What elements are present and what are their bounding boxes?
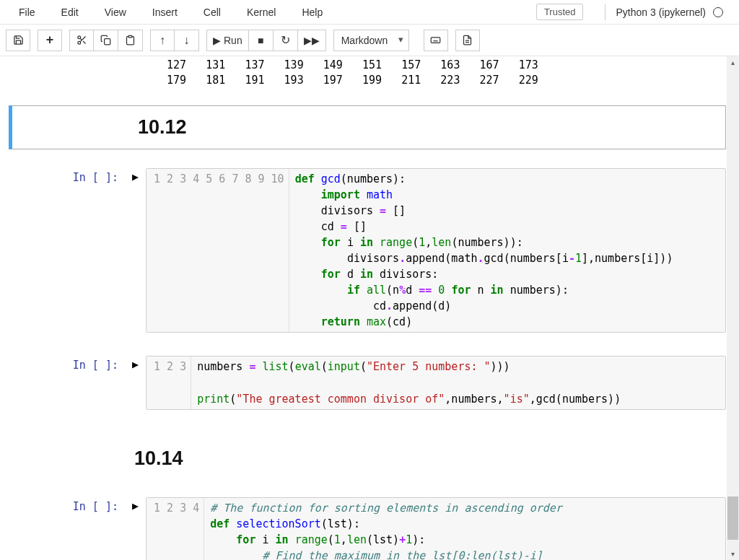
markdown-body[interactable]: 10.12 bbox=[128, 109, 725, 146]
prompt-in: In [ ]: ▶ bbox=[9, 168, 124, 333]
output-text: 127 131 137 139 149 151 157 163 167 173 bbox=[160, 58, 739, 73]
cell-type-select[interactable]: Markdown bbox=[333, 30, 409, 51]
code-cell[interactable]: In [ ]: ▶ 1 2 3 4 # The function for sor… bbox=[9, 494, 726, 560]
menu-help[interactable]: Help bbox=[289, 2, 336, 22]
run-label: Run bbox=[224, 35, 242, 46]
scroll-up-icon[interactable]: ▴ bbox=[727, 56, 739, 69]
toolbar: + ↑ ↓ ▶ Run ■ ↻ ▶▶ Markdown bbox=[0, 25, 739, 56]
svg-line-4 bbox=[80, 38, 82, 40]
svg-rect-5 bbox=[105, 39, 110, 45]
heading-1014: 10.14 bbox=[134, 447, 716, 470]
kernel-status-icon bbox=[713, 7, 723, 17]
restart-icon: ↻ bbox=[281, 33, 290, 47]
play-icon: ▶ bbox=[213, 35, 221, 46]
line-gutter: 1 2 3 4 bbox=[147, 498, 204, 560]
code-cell[interactable]: In [ ]: ▶ 1 2 3 numbers = list(eval(inpu… bbox=[9, 353, 726, 412]
svg-line-3 bbox=[83, 41, 85, 43]
menu-edit[interactable]: Edit bbox=[48, 2, 92, 22]
scrollbar-track[interactable]: ▴ ▾ bbox=[727, 56, 739, 560]
code-editor[interactable]: 1 2 3 4 5 6 7 8 9 10 def gcd(numbers): i… bbox=[146, 168, 726, 333]
save-button[interactable] bbox=[6, 30, 30, 51]
kernel-name[interactable]: Python 3 (ipykernel) bbox=[605, 4, 733, 20]
cut-icon bbox=[76, 35, 87, 45]
menu-insert[interactable]: Insert bbox=[139, 2, 191, 22]
markdown-cell[interactable]: 10.14 bbox=[9, 442, 726, 476]
svg-rect-6 bbox=[128, 35, 132, 38]
code-text[interactable]: numbers = list(eval(input("Enter 5 numbe… bbox=[191, 356, 626, 408]
arrow-up-icon: ↑ bbox=[159, 34, 165, 47]
heading-1012: 10.12 bbox=[138, 116, 715, 139]
restart-button[interactable]: ↻ bbox=[274, 30, 298, 51]
run-cell-icon[interactable]: ▶ bbox=[132, 358, 139, 371]
save-icon bbox=[13, 35, 24, 45]
notebook-container[interactable]: 127 131 137 139 149 151 157 163 167 173 … bbox=[0, 56, 739, 560]
run-button[interactable]: ▶ Run bbox=[206, 30, 249, 51]
line-gutter: 1 2 3 bbox=[147, 356, 191, 408]
code-editor[interactable]: 1 2 3 4 # The function for sorting eleme… bbox=[146, 497, 726, 560]
insert-cell-button[interactable]: + bbox=[38, 30, 62, 51]
arrow-down-icon: ↓ bbox=[184, 34, 190, 47]
paste-icon bbox=[125, 35, 136, 45]
interrupt-button[interactable]: ■ bbox=[249, 30, 274, 51]
kernel-label: Python 3 (ipykernel) bbox=[616, 6, 706, 18]
keyboard-icon bbox=[430, 35, 441, 45]
copy-button[interactable] bbox=[94, 30, 118, 51]
markdown-body[interactable]: 10.14 bbox=[124, 442, 726, 476]
prompt-area bbox=[12, 109, 128, 146]
code-editor[interactable]: 1 2 3 numbers = list(eval(input("Enter 5… bbox=[146, 356, 726, 409]
svg-point-0 bbox=[77, 36, 80, 39]
trusted-indicator[interactable]: Trusted bbox=[536, 4, 584, 20]
menubar: File Edit View Insert Cell Kernel Help T… bbox=[0, 0, 739, 25]
scroll-down-icon[interactable]: ▾ bbox=[727, 548, 739, 560]
run-cell-icon[interactable]: ▶ bbox=[132, 170, 139, 183]
copy-icon bbox=[100, 35, 111, 45]
toc-button[interactable] bbox=[455, 30, 480, 51]
scrollbar-thumb[interactable] bbox=[727, 496, 738, 540]
cut-button[interactable] bbox=[69, 30, 94, 51]
run-cell-icon[interactable]: ▶ bbox=[132, 499, 139, 512]
svg-point-1 bbox=[77, 41, 80, 44]
prompt-in: In [ ]: ▶ bbox=[9, 356, 124, 409]
code-cell[interactable]: In [ ]: ▶ 1 2 3 4 5 6 7 8 9 10 def gcd(n… bbox=[9, 165, 726, 336]
code-text[interactable]: # The function for sorting elements in a… bbox=[204, 498, 568, 560]
command-palette-button[interactable] bbox=[424, 30, 448, 51]
paste-button[interactable] bbox=[118, 30, 143, 51]
output-text: 179 181 191 193 197 199 211 223 227 229 bbox=[160, 73, 739, 88]
svg-rect-7 bbox=[431, 38, 440, 43]
move-up-button[interactable]: ↑ bbox=[150, 30, 175, 51]
menu-kernel[interactable]: Kernel bbox=[234, 2, 289, 22]
move-down-button[interactable]: ↓ bbox=[175, 30, 199, 51]
line-gutter: 1 2 3 4 5 6 7 8 9 10 bbox=[147, 169, 289, 332]
menu-view[interactable]: View bbox=[92, 2, 139, 22]
restart-run-all-button[interactable]: ▶▶ bbox=[298, 30, 326, 51]
menu-cell[interactable]: Cell bbox=[191, 2, 234, 22]
plus-icon: + bbox=[46, 32, 54, 48]
code-text[interactable]: def gcd(numbers): import math divisors =… bbox=[289, 169, 679, 332]
prompt-area bbox=[9, 442, 124, 476]
stop-icon: ■ bbox=[258, 35, 263, 46]
fast-forward-icon: ▶▶ bbox=[304, 35, 320, 46]
document-icon bbox=[462, 35, 473, 45]
prompt-in: In [ ]: ▶ bbox=[9, 497, 124, 560]
menu-file[interactable]: File bbox=[6, 2, 48, 22]
markdown-cell-selected[interactable]: 10.12 bbox=[9, 105, 726, 149]
